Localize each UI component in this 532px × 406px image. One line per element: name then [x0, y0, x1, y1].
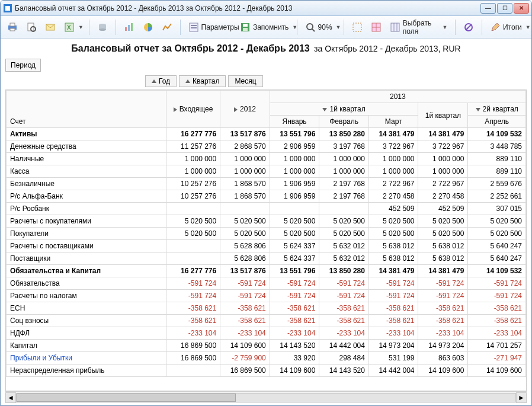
- table-row[interactable]: ЕСН-358 621-358 621-358 621-358 621-358 …: [7, 302, 526, 315]
- svg-line-24: [312, 29, 315, 31]
- table-row[interactable]: Р/с Альфа-Банк10 257 2761 868 5701 906 9…: [7, 190, 526, 203]
- table-row[interactable]: Поставщики5 628 8065 624 3375 632 0125 6…: [7, 252, 526, 265]
- separator: [482, 20, 482, 35]
- col-jan[interactable]: Январь: [270, 116, 319, 128]
- table-row[interactable]: Прибыли и Убытки16 869 500-2 759 90033 9…: [7, 352, 526, 365]
- cell: -591 724: [166, 277, 220, 290]
- zoom-button[interactable]: 90%▼: [302, 19, 339, 36]
- dim-quarter-button[interactable]: Квартал: [179, 75, 226, 87]
- minimize-button[interactable]: —: [480, 3, 496, 14]
- svg-text:X: X: [67, 24, 71, 31]
- table-row[interactable]: Р/с Росбанк452 509452 509307 015: [7, 203, 526, 215]
- excel-export-button[interactable]: X▼: [61, 19, 84, 36]
- select-fields-button[interactable]: Выбрать поля▼: [387, 19, 451, 36]
- cell: 5 020 500: [166, 228, 220, 240]
- empty-filter-button[interactable]: [460, 19, 477, 36]
- grid-button[interactable]: [368, 19, 384, 36]
- cell: 14 442 004: [368, 365, 418, 377]
- cell: 452 509: [418, 203, 468, 215]
- row-label: Поставщики: [7, 252, 166, 265]
- cell: 889 110: [468, 165, 526, 178]
- table-row[interactable]: Покупатели5 020 5005 020 5005 020 5005 0…: [7, 228, 526, 240]
- table-row[interactable]: Денежные средства11 257 2762 868 5702 90…: [7, 140, 526, 153]
- table-row[interactable]: Активы16 277 77613 517 87613 551 79613 8…: [7, 128, 526, 140]
- table-row[interactable]: Соц взносы-358 621-358 621-358 621-358 6…: [7, 315, 526, 327]
- cell: 14 442 004: [319, 340, 369, 352]
- dim-year-button[interactable]: Год: [145, 75, 177, 87]
- cell: 14 109 600: [468, 365, 526, 377]
- col-incoming[interactable]: Входящее: [166, 91, 220, 128]
- dim-month-button[interactable]: Месяц: [228, 75, 262, 87]
- scroll-thumb[interactable]: [17, 394, 236, 402]
- parameters-button[interactable]: Параметры: [185, 19, 235, 36]
- remember-button[interactable]: Запомнить▼: [237, 19, 292, 36]
- cell: -233 104: [220, 327, 270, 340]
- preview-button[interactable]: [23, 19, 40, 36]
- col-2013[interactable]: 2013: [270, 91, 525, 103]
- cell: 2 559 676: [468, 178, 526, 190]
- bar-chart-button[interactable]: [121, 19, 137, 36]
- totals-button[interactable]: Итоги▼: [487, 19, 528, 36]
- cell: 2 868 570: [220, 140, 270, 153]
- table-row[interactable]: Расчеты с покупателями5 020 5005 020 500…: [7, 215, 526, 228]
- table-row[interactable]: Нераспределенная прибыль16 869 50014 109…: [7, 365, 526, 377]
- account-header[interactable]: Счет: [7, 91, 166, 128]
- table-row[interactable]: Капитал16 869 50014 109 60014 143 52014 …: [7, 340, 526, 352]
- col-apr[interactable]: Апрель: [468, 116, 526, 128]
- period-button[interactable]: Период: [5, 59, 41, 72]
- cell: 33 920: [270, 352, 319, 365]
- scroll-right-button[interactable]: ►: [516, 392, 527, 403]
- col-2012[interactable]: 2012: [220, 91, 270, 128]
- cell: 5 020 500: [418, 228, 468, 240]
- print-button[interactable]: [4, 19, 21, 36]
- cell: 2 197 768: [319, 178, 369, 190]
- svg-rect-21: [243, 24, 248, 27]
- table-row[interactable]: Безналичные10 257 2761 868 5701 906 9592…: [7, 178, 526, 190]
- dropdown-icon: ▼: [442, 24, 447, 30]
- col-q1-total[interactable]: 1й квартал: [418, 103, 468, 128]
- pie-chart-button[interactable]: [140, 19, 156, 36]
- table-row[interactable]: Расчеты с поставщиками5 628 8065 624 337…: [7, 240, 526, 252]
- cell: 5 020 500: [468, 215, 526, 228]
- cell: 5 628 806: [220, 240, 270, 252]
- cell: 5 624 337: [270, 240, 319, 252]
- maximize-button[interactable]: ☐: [497, 3, 512, 14]
- col-mar[interactable]: Март: [368, 116, 418, 128]
- cell: -233 104: [270, 327, 319, 340]
- mail-button[interactable]: [42, 19, 59, 36]
- row-label: Расчеты с покупателями: [7, 215, 166, 228]
- svg-rect-1: [5, 6, 10, 11]
- refresh-button[interactable]: [94, 19, 111, 36]
- table-row[interactable]: Наличные1 000 0001 000 0001 000 0001 000…: [7, 153, 526, 165]
- select-area-button[interactable]: [349, 19, 366, 36]
- col-q2[interactable]: 2й квартал: [468, 103, 526, 116]
- cell: 889 110: [468, 153, 526, 165]
- scroll-track[interactable]: [16, 393, 516, 402]
- table-row[interactable]: НДФЛ-233 104-233 104-233 104-233 104-233…: [7, 327, 526, 340]
- separator: [116, 20, 116, 35]
- table-row[interactable]: Обязательства и Капитал16 277 77613 517 …: [7, 265, 526, 277]
- line-chart-button[interactable]: [159, 19, 175, 36]
- table-row[interactable]: Обязательства-591 724-591 724-591 724-59…: [7, 277, 526, 290]
- cell: 1 000 000: [368, 153, 418, 165]
- form-icon: [188, 21, 199, 33]
- cell: 3 448 785: [468, 140, 526, 153]
- table-row[interactable]: Расчеты по налогам-591 724-591 724-591 7…: [7, 290, 526, 302]
- scroll-left-button[interactable]: ◄: [5, 392, 16, 403]
- col-q1[interactable]: 1й квартал: [270, 103, 418, 116]
- balance-table: Счет Входящее 2012 2013 1й квартал 1й кв…: [6, 90, 526, 377]
- cell: 1 906 959: [270, 190, 319, 203]
- cell: 14 701 257: [468, 340, 526, 352]
- collapse-icon: [322, 108, 327, 111]
- cell: -2 759 900: [220, 352, 270, 365]
- col-feb[interactable]: Февраль: [319, 116, 369, 128]
- cell: 5 020 500: [270, 215, 319, 228]
- cell: 5 628 806: [220, 252, 270, 265]
- cell: 1 000 000: [368, 165, 418, 178]
- table-row[interactable]: Касса1 000 0001 000 0001 000 0001 000 00…: [7, 165, 526, 178]
- cell: 1 868 570: [220, 190, 270, 203]
- close-button[interactable]: ✕: [514, 3, 529, 14]
- cell: -358 621: [468, 315, 526, 327]
- pencil-icon: [490, 21, 501, 33]
- horizontal-scrollbar[interactable]: ◄ ►: [5, 391, 527, 403]
